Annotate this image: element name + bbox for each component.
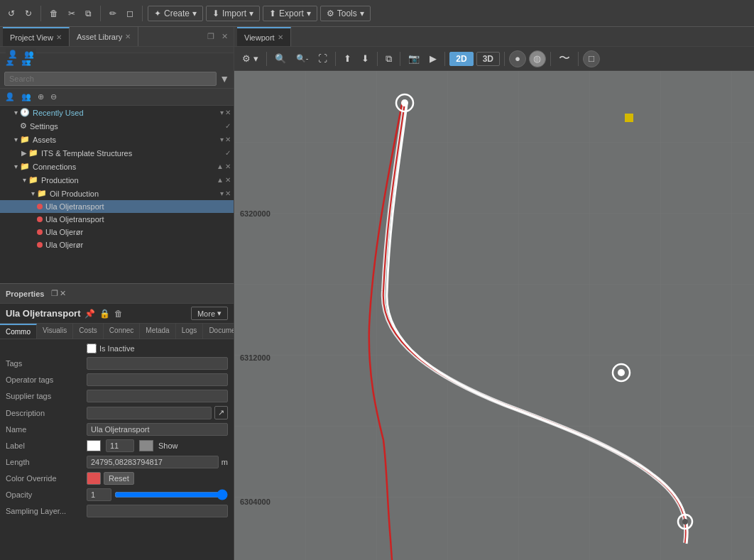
- tree-oil-production[interactable]: ▾ 📁 Oil Production ▾ ✕: [0, 187, 234, 200]
- tab-costs[interactable]: Costs: [73, 324, 104, 339]
- trash-icon[interactable]: 🗑: [114, 309, 123, 319]
- vp-settings-btn[interactable]: ⚙ ▾: [239, 51, 262, 66]
- tree-icon-b2[interactable]: 👥: [19, 91, 33, 103]
- oil-close[interactable]: ✕: [225, 190, 231, 197]
- tab-docume[interactable]: Docume: [203, 324, 234, 339]
- tree-item-ularor-1[interactable]: Ula Oljerør: [0, 226, 234, 238]
- supplier-tags-input[interactable]: [87, 390, 228, 402]
- tree-production[interactable]: ▾ 📁 Production ▲ ✕: [0, 173, 234, 187]
- vp-3d-btn[interactable]: 3D: [476, 52, 500, 66]
- name-input[interactable]: [87, 423, 228, 436]
- project-view-close[interactable]: ✕: [56, 33, 62, 41]
- vp-play-btn[interactable]: ▶: [426, 51, 440, 66]
- search-input[interactable]: [4, 72, 217, 86]
- viewport-canvas[interactable]: 6320000 6312000 6304000: [234, 71, 754, 560]
- its-action[interactable]: ✓: [225, 149, 231, 157]
- prod-close[interactable]: ✕: [225, 176, 231, 184]
- prod-collapse[interactable]: ▲: [217, 176, 224, 184]
- is-inactive-checkbox[interactable]: [87, 344, 97, 353]
- tree-icon-b4[interactable]: ⊖: [48, 91, 59, 103]
- pin-icon[interactable]: 📌: [84, 309, 95, 319]
- props-close-btn[interactable]: ✕: [60, 289, 66, 298]
- vp-down-btn[interactable]: ⬇: [358, 51, 373, 66]
- prop-description: Description ↗: [6, 406, 228, 419]
- opacity-slider[interactable]: [114, 489, 228, 500]
- tags-input[interactable]: [87, 357, 228, 370]
- tree-item-ula-1[interactable]: Ula Oljetransport: [0, 200, 234, 213]
- conn-collapse[interactable]: ▲: [217, 163, 224, 170]
- vp-2d-btn[interactable]: 2D: [449, 52, 473, 66]
- tab-project-view[interactable]: Project View ✕: [3, 27, 70, 46]
- tree-assets[interactable]: ▾ 📁 Assets ▾ ✕: [0, 133, 234, 146]
- tree-container[interactable]: ▾ 🕐 Recently Used ▾ ✕ ⚙ Settings ✓: [0, 106, 234, 283]
- recently-used-collapse[interactable]: ▾: [220, 109, 224, 116]
- erase-button[interactable]: ◻: [123, 6, 137, 21]
- filter-button[interactable]: ▼: [219, 73, 229, 84]
- description-ext-btn[interactable]: ↗: [214, 406, 228, 419]
- tools-menu[interactable]: ⚙ Tools ▾: [320, 6, 371, 21]
- vp-zoom-in-btn[interactable]: 🔍: [271, 51, 290, 66]
- tree-item-ula-2[interactable]: Ula Oljetransport: [0, 213, 234, 226]
- export-menu[interactable]: ⬆ Export ▾: [263, 6, 317, 21]
- redo-button[interactable]: ↻: [21, 6, 35, 21]
- tree-its[interactable]: ▶ 📁 ITS & Template Structures ✓: [0, 146, 234, 160]
- vp-camera-btn[interactable]: 📷: [405, 51, 423, 66]
- more-button[interactable]: More ▾: [191, 307, 228, 320]
- vp-up-btn[interactable]: ⬆: [340, 51, 355, 66]
- vp-square-btn[interactable]: □: [583, 50, 600, 67]
- recently-used-close[interactable]: ✕: [225, 109, 231, 116]
- close-panel-btn[interactable]: ✕: [219, 31, 231, 42]
- vp-circle1-btn[interactable]: ●: [509, 50, 526, 67]
- restore-tab-btn[interactable]: ❐: [204, 31, 217, 42]
- tree-connections[interactable]: ▾ 📁 Connections ▲ ✕: [0, 160, 234, 173]
- folder-icon-production: 📁: [28, 175, 38, 185]
- copy-button[interactable]: ⧉: [82, 6, 95, 21]
- oil-collapse[interactable]: ▾: [220, 190, 224, 197]
- icon-btn-2[interactable]: 👥: [22, 48, 36, 60]
- assets-close[interactable]: ✕: [225, 136, 231, 143]
- color-reset-btn[interactable]: Reset: [104, 472, 134, 485]
- undo-button[interactable]: ↺: [4, 6, 18, 21]
- viewport-tab-close[interactable]: ✕: [278, 33, 283, 41]
- operator-tags-input[interactable]: [87, 373, 228, 386]
- tab-metada[interactable]: Metada: [140, 324, 175, 339]
- import-menu[interactable]: ⬇ Import ▾: [206, 6, 260, 21]
- viewport-tab[interactable]: Viewport ✕: [237, 27, 291, 46]
- tree-icon-b1[interactable]: 👤: [3, 91, 17, 103]
- draw-button[interactable]: ✏: [106, 6, 120, 21]
- length-input[interactable]: [87, 456, 219, 468]
- tree-item-ularor-2[interactable]: Ula Oljerør: [0, 238, 234, 251]
- conn-close[interactable]: ✕: [225, 163, 231, 170]
- vp-wave-btn[interactable]: 〜: [555, 49, 574, 68]
- settings-action[interactable]: ✓: [225, 122, 231, 130]
- viewport-toolbar: ⚙ ▾ 🔍 🔍- ⛶ ⬆ ⬇ ⧉ 📷 ▶ 2D 3D ● ◍ 〜 □: [234, 47, 754, 71]
- folder-icon-oil: 📁: [37, 189, 47, 198]
- tab-connec[interactable]: Connec: [104, 324, 140, 339]
- color-override-swatch[interactable]: [87, 472, 101, 485]
- opacity-input[interactable]: [87, 488, 111, 501]
- tab-asset-library[interactable]: Asset Library ✕: [70, 27, 138, 46]
- vp-layers-btn[interactable]: ⧉: [382, 51, 395, 67]
- tab-visualis[interactable]: Visualis: [37, 324, 73, 339]
- prop-name: Name: [6, 423, 228, 436]
- vp-circle2-btn[interactable]: ◍: [529, 50, 546, 67]
- props-restore-btn[interactable]: ❐: [51, 289, 58, 298]
- assets-collapse[interactable]: ▾: [220, 136, 224, 143]
- tab-logs[interactable]: Logs: [176, 324, 204, 339]
- tree-settings[interactable]: ⚙ Settings ✓: [0, 119, 234, 133]
- asset-library-close[interactable]: ✕: [125, 33, 131, 40]
- tree-recently-used[interactable]: ▾ 🕐 Recently Used ▾ ✕: [0, 106, 234, 119]
- lock-icon[interactable]: 🔒: [99, 309, 110, 319]
- tab-common[interactable]: Commo: [0, 324, 37, 339]
- settings-actions: ✓: [225, 122, 231, 130]
- sampling-layer-input[interactable]: [87, 505, 228, 517]
- vp-zoom-out-btn[interactable]: 🔍-: [293, 52, 312, 65]
- vp-fit-btn[interactable]: ⛶: [315, 51, 331, 66]
- icon-btn-1[interactable]: 👤: [6, 48, 20, 60]
- cut-button[interactable]: ✂: [65, 6, 79, 21]
- tree-icon-b3[interactable]: ⊕: [35, 91, 46, 103]
- create-menu[interactable]: ✦ Create ▾: [148, 6, 203, 21]
- description-input[interactable]: [87, 407, 212, 419]
- label-input[interactable]: [106, 439, 134, 452]
- delete-button[interactable]: 🗑: [46, 6, 62, 21]
